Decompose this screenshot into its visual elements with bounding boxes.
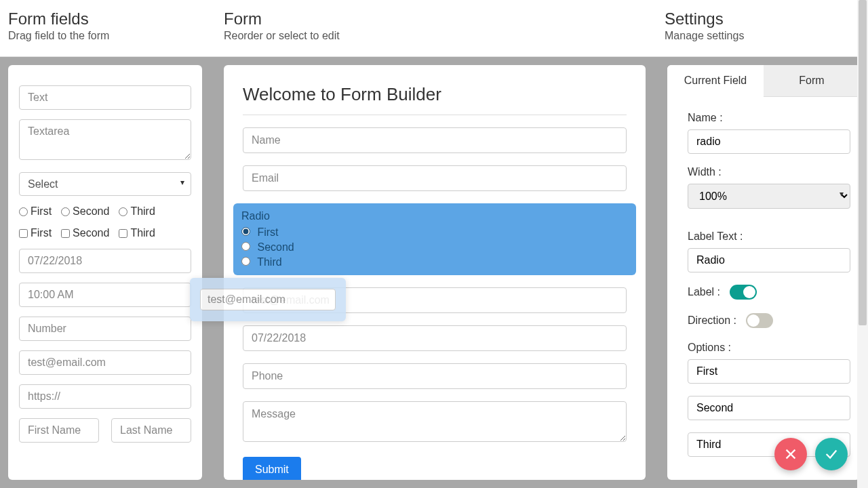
form-title: Welcome to Form Builder (243, 84, 627, 105)
form-subheading: Reorder or select to edit (224, 30, 656, 42)
window-scrollbar[interactable] (857, 0, 868, 488)
setting-label-toggle-label: Label : (688, 286, 720, 298)
setting-option-2[interactable] (688, 396, 850, 420)
tab-form[interactable]: Form (764, 65, 860, 97)
palette-email-field[interactable] (19, 350, 191, 375)
form-name-field[interactable] (243, 127, 627, 153)
form-phone-field[interactable] (243, 363, 627, 389)
setting-name-label: Name : (688, 112, 850, 124)
drag-ghost[interactable]: test@email.com (190, 278, 346, 321)
setting-direction-label: Direction : (688, 314, 736, 327)
cancel-fab[interactable] (774, 438, 807, 470)
scrollbar-thumb[interactable] (859, 0, 867, 325)
submit-button[interactable]: Submit (243, 457, 301, 480)
palette-firstname-field[interactable] (19, 418, 99, 443)
palette-date-field[interactable] (19, 249, 191, 273)
palette-checkbox-group[interactable]: First Second Third (19, 227, 191, 239)
divider (243, 115, 627, 115)
setting-option-1[interactable] (688, 359, 850, 384)
settings-panel: Current Field Form Name : Width : 100% L… (667, 65, 860, 480)
setting-direction-toggle[interactable] (746, 313, 773, 328)
check-icon (824, 447, 839, 462)
form-message-field[interactable] (243, 401, 627, 442)
drag-ghost-label: test@email.com (200, 289, 336, 310)
setting-options-label: Options : (688, 342, 850, 354)
confirm-fab[interactable] (815, 438, 848, 470)
setting-name-input[interactable] (688, 129, 850, 154)
settings-heading: Settings (665, 9, 860, 28)
setting-label-toggle[interactable] (730, 285, 757, 300)
topbar: Form fields Drag field to the form Form … (0, 0, 868, 57)
setting-width-select[interactable]: 100% (688, 184, 850, 209)
form-email-field[interactable] (243, 165, 627, 191)
fields-heading: Form fields (8, 9, 216, 28)
setting-width-label: Width : (688, 166, 850, 178)
palette-panel: Select First Second Third First Second T… (8, 65, 202, 480)
setting-labeltext-input[interactable] (688, 248, 850, 272)
form-date-field[interactable] (243, 325, 627, 351)
palette-lastname-field[interactable] (111, 418, 191, 443)
palette-time-field[interactable] (19, 283, 191, 307)
palette-radio-group[interactable]: First Second Third (19, 205, 191, 218)
palette-select-field[interactable]: Select (19, 172, 191, 196)
palette-text-field[interactable] (19, 85, 191, 110)
palette-number-field[interactable] (19, 317, 191, 341)
fields-subheading: Drag field to the form (8, 30, 216, 42)
close-icon (783, 447, 798, 462)
form-canvas: Welcome to Form Builder Radio First Seco… (224, 65, 646, 480)
palette-textarea-field[interactable] (19, 119, 191, 160)
selected-radio-block[interactable]: Radio First Second Third (233, 203, 636, 275)
palette-url-field[interactable] (19, 384, 191, 409)
settings-subheading: Manage settings (665, 30, 860, 42)
setting-labeltext-label: Label Text : (688, 230, 850, 243)
tab-current-field[interactable]: Current Field (667, 65, 764, 97)
radio-block-label: Radio (241, 210, 628, 222)
form-heading: Form (224, 9, 656, 28)
